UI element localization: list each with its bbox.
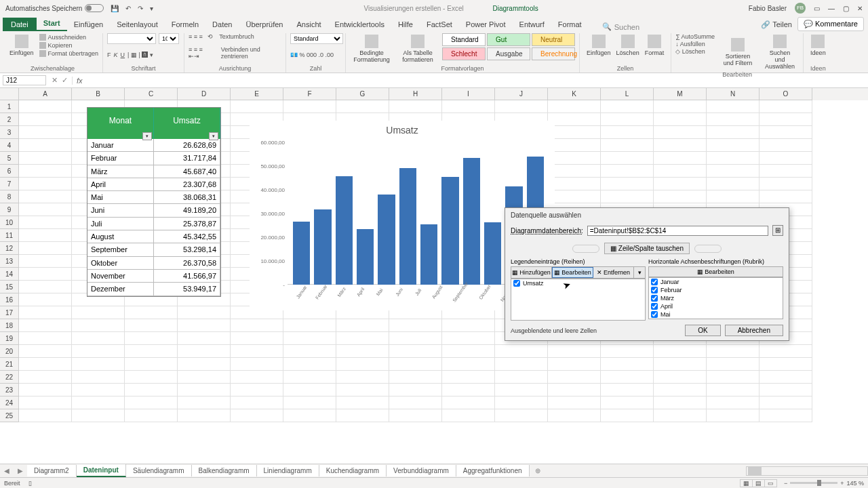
cell[interactable]	[442, 100, 495, 113]
table-row[interactable]: März45.687,40	[87, 165, 220, 178]
column-header-G[interactable]: G	[336, 88, 389, 100]
series-item[interactable]: Umsatz	[511, 279, 645, 287]
category-item[interactable]: April	[649, 302, 783, 310]
cell[interactable]	[601, 358, 654, 371]
cell[interactable]	[548, 139, 601, 152]
conditional-formatting-button[interactable]: Bedingte Formatierung	[350, 33, 393, 64]
row-header-9[interactable]: 9	[0, 203, 19, 216]
cell[interactable]	[760, 345, 812, 358]
cell[interactable]	[178, 409, 231, 422]
table-row[interactable]: November41.566,97	[87, 270, 220, 283]
chart-bar[interactable]	[336, 176, 353, 285]
cell[interactable]	[654, 178, 707, 190]
cell[interactable]	[178, 396, 231, 409]
category-listbox[interactable]: JanuarFebruarMärzAprilMai	[648, 277, 783, 319]
sheet-tab-verbunddiagramm[interactable]: Verbunddiagramm	[387, 465, 456, 476]
delete-cells-button[interactable]: Löschen	[614, 33, 642, 58]
cell[interactable]	[231, 358, 283, 371]
cell[interactable]	[707, 384, 760, 396]
row-header-19[interactable]: 19	[0, 332, 19, 345]
cell[interactable]	[654, 165, 707, 178]
cell[interactable]	[389, 332, 442, 345]
fill-button[interactable]: ↓ Ausfüllen	[675, 41, 715, 47]
cell[interactable]	[178, 358, 231, 371]
zoom-in-icon[interactable]: +	[840, 480, 844, 487]
cell[interactable]	[19, 113, 72, 126]
cell[interactable]	[19, 100, 72, 113]
tab-entwurf[interactable]: Entwurf	[513, 18, 551, 31]
table-row[interactable]: August45.342,55	[87, 230, 220, 243]
table-row[interactable]: April23.307,68	[87, 178, 220, 191]
cell-styles-gallery[interactable]: StandardGutNeutralSchlechtAusgabeBerechn…	[442, 33, 575, 64]
row-header-15[interactable]: 15	[0, 281, 19, 293]
row-header-22[interactable]: 22	[0, 371, 19, 384]
cell[interactable]	[654, 358, 707, 371]
chart-bar[interactable]	[420, 224, 437, 285]
cell[interactable]	[442, 332, 495, 345]
table-row[interactable]: Oktober26.370,58	[87, 257, 220, 270]
cell[interactable]	[760, 358, 812, 371]
chart-title[interactable]: Umsatz	[250, 121, 555, 142]
tab-start[interactable]: Start	[37, 16, 67, 31]
column-header-M[interactable]: M	[654, 88, 707, 100]
cell[interactable]	[178, 306, 231, 319]
cell[interactable]	[760, 371, 812, 384]
cell[interactable]	[654, 409, 707, 422]
cell[interactable]	[19, 255, 72, 268]
tab-überprüfen[interactable]: Überprüfen	[239, 18, 290, 31]
cell[interactable]	[601, 113, 654, 126]
row-header-14[interactable]: 14	[0, 268, 19, 281]
cell[interactable]	[336, 332, 389, 345]
cell[interactable]	[125, 358, 178, 371]
filter-dropdown-umsatz[interactable]	[154, 134, 220, 139]
sheet-tab-kuchendiagramm[interactable]: Kuchendiagramm	[319, 465, 387, 476]
column-header-I[interactable]: I	[442, 88, 495, 100]
table-row[interactable]: Februar31.717,84	[87, 152, 220, 165]
close-icon[interactable]: ✕	[857, 5, 863, 12]
cell-style-standard[interactable]: Standard	[442, 33, 486, 46]
row-header-12[interactable]: 12	[0, 242, 19, 255]
cell-style-gut[interactable]: Gut	[487, 33, 530, 46]
cell[interactable]	[601, 409, 654, 422]
cell[interactable]	[654, 190, 707, 203]
row-header-10[interactable]: 10	[0, 216, 19, 229]
cell[interactable]	[336, 319, 389, 332]
cell[interactable]	[548, 165, 601, 178]
cell[interactable]	[19, 345, 72, 358]
chart-data-range-input[interactable]	[587, 226, 768, 236]
cell[interactable]	[19, 371, 72, 384]
tab-format[interactable]: Format	[551, 18, 589, 31]
add-series-button[interactable]: ▦ Hinzufügen	[511, 267, 552, 278]
cell[interactable]	[72, 358, 125, 371]
undo-icon[interactable]: ↶	[125, 5, 131, 12]
column-header-A[interactable]: A	[19, 88, 72, 100]
minimize-icon[interactable]: —	[828, 5, 835, 12]
cell[interactable]	[760, 409, 812, 422]
cell[interactable]	[654, 371, 707, 384]
cell[interactable]	[707, 409, 760, 422]
format-cells-button[interactable]: Format	[642, 33, 667, 58]
row-header-13[interactable]: 13	[0, 255, 19, 268]
category-item[interactable]: Mai	[649, 310, 783, 319]
sheet-tab-diagramm2[interactable]: Diagramm2	[27, 465, 77, 476]
cell[interactable]	[19, 178, 72, 190]
cell[interactable]	[336, 384, 389, 396]
hidden-empty-cells-button[interactable]: Ausgeblendete und leere Zellen	[511, 327, 597, 334]
normal-view-icon[interactable]: ▦	[740, 479, 753, 487]
copy-button[interactable]: Kopieren	[39, 42, 99, 49]
cell[interactable]	[19, 152, 72, 165]
row-header-3[interactable]: 3	[0, 126, 19, 139]
tab-seitenlayout[interactable]: Seitenlayout	[110, 18, 165, 31]
table-row[interactable]: Dezember53.949,17	[87, 283, 220, 296]
zoom-slider[interactable]	[790, 482, 837, 484]
ideas-button[interactable]: Ideen	[808, 33, 829, 58]
cell[interactable]	[495, 409, 548, 422]
cell[interactable]	[707, 396, 760, 409]
cell[interactable]	[707, 139, 760, 152]
cell[interactable]	[19, 306, 72, 319]
toggle-icon[interactable]	[85, 4, 104, 12]
cell[interactable]	[707, 113, 760, 126]
table-header-umsatz[interactable]: Umsatz	[154, 108, 220, 134]
cell[interactable]	[495, 358, 548, 371]
cell[interactable]	[19, 358, 72, 371]
